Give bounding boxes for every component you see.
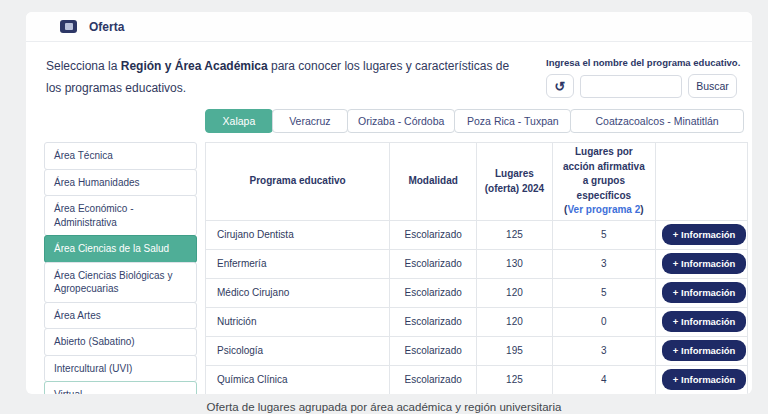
cell-programa: Nutrición	[206, 307, 390, 336]
oferta-card: Oferta Selecciona la Región y Área Acadé…	[26, 12, 752, 394]
table-row: Química ClínicaEscolarizado1254+ Informa…	[206, 365, 748, 394]
cell-modalidad: Escolarizado	[390, 220, 477, 249]
afirmativa-header-link-wrap: (Ver programa 2)	[564, 204, 644, 215]
tab-poza-rica-tuxpan[interactable]: Poza Rica - Tuxpan	[454, 109, 571, 133]
table-row: NutriciónEscolarizado1200+ Información	[206, 307, 748, 336]
table-caption: Oferta de lugares agrupada por área acad…	[0, 401, 768, 413]
cell-lugares-2024: 125	[477, 220, 553, 249]
sidebar-item-area-artes[interactable]: Área Artes	[44, 302, 197, 330]
undo-icon: ↺	[555, 79, 566, 94]
col-header-actions	[655, 143, 747, 221]
col-header-afirmativa: Lugares por acción afirmativa a grupos e…	[552, 143, 655, 221]
oferta-window-icon	[60, 20, 77, 33]
cell-info: + Información	[655, 249, 747, 278]
area-sidebar: Área TécnicaÁrea HumanidadesÁrea Económi…	[44, 142, 197, 394]
programs-table: Programa educativo Modalidad Lugares (of…	[205, 142, 748, 394]
informacion-button[interactable]: + Información	[662, 369, 747, 390]
cell-accion-afirmativa: 5	[552, 220, 655, 249]
card-header: Oferta	[26, 12, 752, 42]
cell-lugares-2024: 125	[477, 365, 553, 394]
cell-info: + Información	[655, 336, 747, 365]
tab-orizaba-cordoba[interactable]: Orizaba - Córdoba	[347, 109, 456, 133]
intro-prefix: Selecciona la	[46, 59, 121, 73]
region-tabs: XalapaVeracruzOrizaba - CórdobaPoza Rica…	[205, 109, 748, 133]
cell-lugares-2024: 120	[477, 278, 553, 307]
search-controls: ↺ Buscar	[546, 74, 744, 98]
cell-info: + Información	[655, 220, 747, 249]
col-header-modalidad: Modalidad	[390, 143, 477, 221]
table-row: Médico CirujanoEscolarizado1205+ Informa…	[206, 278, 748, 307]
ver-programa-2-link[interactable]: Ver programa 2	[567, 204, 640, 215]
cell-accion-afirmativa: 5	[552, 278, 655, 307]
cell-lugares-2024: 195	[477, 336, 553, 365]
sidebar-item-virtual[interactable]: Virtual	[44, 381, 197, 394]
afirmativa-header-text: Lugares por acción afirmativa a grupos e…	[563, 146, 645, 201]
cell-programa: Química Clínica	[206, 365, 390, 394]
cell-lugares-2024: 130	[477, 249, 553, 278]
col-header-programa: Programa educativo	[206, 143, 390, 221]
informacion-button[interactable]: + Información	[662, 340, 747, 361]
cell-modalidad: Escolarizado	[390, 307, 477, 336]
tab-veracruz[interactable]: Veracruz	[272, 109, 348, 133]
cell-lugares-2024: 120	[477, 307, 553, 336]
cell-modalidad: Escolarizado	[390, 278, 477, 307]
top-row: Selecciona la Región y Área Académica pa…	[26, 42, 752, 103]
intro-bold: Región y Área Académica	[121, 59, 268, 73]
sidebar-item-abierto-sabatino[interactable]: Abierto (Sabatino)	[44, 328, 197, 356]
cell-programa: Médico Cirujano	[206, 278, 390, 307]
paren-close: )	[640, 204, 643, 215]
search-button[interactable]: Buscar	[688, 74, 737, 98]
cell-programa: Psicología	[206, 336, 390, 365]
cell-modalidad: Escolarizado	[390, 336, 477, 365]
intro-text: Selecciona la Región y Área Académica pa…	[46, 55, 524, 99]
reset-search-button[interactable]: ↺	[546, 74, 574, 98]
table-row: EnfermeríaEscolarizado1303+ Información	[206, 249, 748, 278]
search-block: Ingresa el nombre del programa educativo…	[546, 55, 746, 99]
sidebar-item-area-economico-administrativa[interactable]: Área Económico - Administrativa	[44, 195, 197, 236]
sidebar-item-area-tecnica[interactable]: Área Técnica	[44, 142, 197, 170]
sidebar-item-intercultural-uvi[interactable]: Intercultural (UVI)	[44, 355, 197, 383]
cell-accion-afirmativa: 3	[552, 249, 655, 278]
cell-info: + Información	[655, 307, 747, 336]
cell-programa: Enfermería	[206, 249, 390, 278]
tab-xalapa[interactable]: Xalapa	[205, 109, 273, 133]
main-row: Área TécnicaÁrea HumanidadesÁrea Económi…	[26, 142, 752, 394]
informacion-button[interactable]: + Información	[662, 224, 747, 245]
cell-accion-afirmativa: 4	[552, 365, 655, 394]
cell-accion-afirmativa: 0	[552, 307, 655, 336]
cell-programa: Cirujano Dentista	[206, 220, 390, 249]
sidebar-item-area-ciencias-biologicas-y-agropecuarias[interactable]: Área Ciencias Biológicas y Agropecuarias	[44, 262, 197, 303]
informacion-button[interactable]: + Información	[662, 253, 747, 274]
search-label: Ingresa el nombre del programa educativo…	[546, 57, 744, 68]
oferta-window-icon-inner	[65, 23, 73, 30]
col-header-lugares: Lugares (oferta) 2024	[477, 143, 553, 221]
programs-table-wrap: Programa educativo Modalidad Lugares (of…	[205, 142, 748, 394]
tab-coatzacoalcos-minatitlan[interactable]: Coatzacoalcos - Minatitlán	[570, 109, 744, 133]
informacion-button[interactable]: + Información	[662, 311, 747, 332]
page-title: Oferta	[89, 20, 124, 34]
cell-accion-afirmativa: 3	[552, 336, 655, 365]
table-header-row: Programa educativo Modalidad Lugares (of…	[206, 143, 748, 221]
search-input[interactable]	[580, 75, 682, 98]
sidebar-item-area-ciencias-de-la-salud[interactable]: Área Ciencias de la Salud	[44, 235, 197, 263]
cell-modalidad: Escolarizado	[390, 365, 477, 394]
table-row: Cirujano DentistaEscolarizado1255+ Infor…	[206, 220, 748, 249]
cell-modalidad: Escolarizado	[390, 249, 477, 278]
informacion-button[interactable]: + Información	[662, 282, 747, 303]
table-row: PsicologíaEscolarizado1953+ Información	[206, 336, 748, 365]
cell-info: + Información	[655, 278, 747, 307]
cell-info: + Información	[655, 365, 747, 394]
sidebar-item-area-humanidades[interactable]: Área Humanidades	[44, 169, 197, 197]
